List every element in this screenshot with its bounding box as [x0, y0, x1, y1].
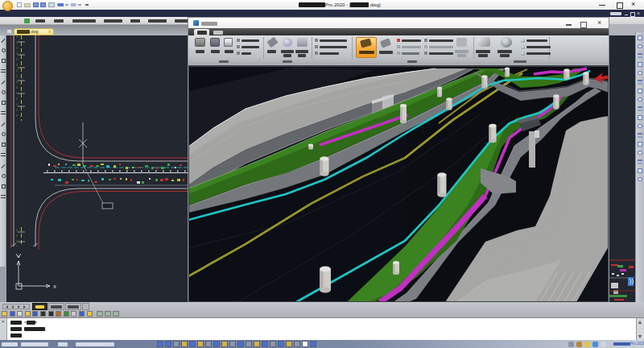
svg-text:X: X — [53, 284, 56, 289]
